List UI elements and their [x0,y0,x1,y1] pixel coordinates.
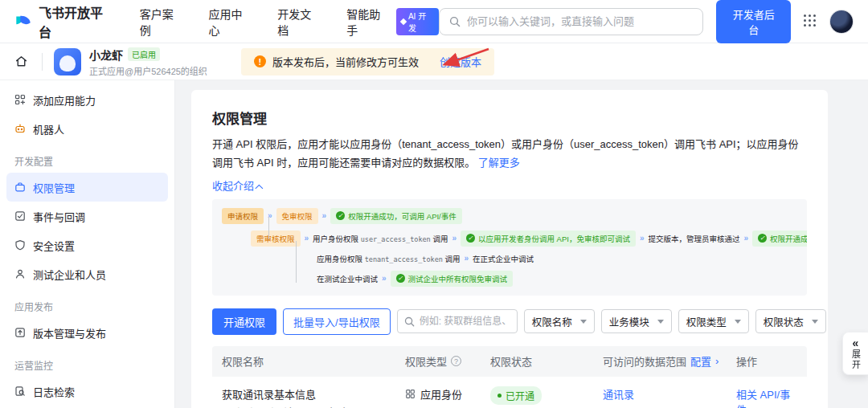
chevron-down-icon [735,320,741,324]
permission-search-input[interactable] [420,316,510,327]
flow-dev-debug: ✓以应用开发者身份调用 API，免审核即可调试 [461,231,636,247]
expand-label: 展开 [850,349,862,370]
robot-icon [14,123,26,134]
flow-tenant-path: 应用身份权限 tenant_access_token 调用 [317,253,461,264]
sidebar-item-label: 机器人 [33,121,64,137]
page-description: 开通 API 权限后，应用才能以应用身份（tenant_access_token… [212,136,807,173]
page-body: 添加应用能力 机器人 开发配置 权限管理 事件与回调 安全设置 测试企业和人员 … [0,80,868,408]
status-dot [497,394,502,398]
nav-ai-assistant-label: 智能助手 [346,6,391,38]
flow-test-debug: 在测试企业中调试 [317,273,378,284]
header-divider [42,53,43,71]
collapse-intro-link[interactable]: 收起介绍 [212,180,264,192]
cell-permission-type: 应用身份 [405,386,490,402]
scope-config-link[interactable]: 配置 [690,353,711,369]
sidebar-item-permissions[interactable]: 权限管理 [6,173,168,202]
flow-free-result: ✓权限开通成功，可调用 API/事件 [330,208,462,224]
permission-card: 权限管理 开通 API 权限后，应用才能以应用身份（tenant_access_… [191,90,828,408]
home-button[interactable] [0,43,42,80]
filter-business-module[interactable]: 业务模块 [601,309,672,333]
sidebar-item-security[interactable]: 安全设置 [6,231,168,259]
permission-toolbar: 开通权限 批量导入/导出权限 权限名称 业务模块 权限类型 权限状态 [212,308,807,335]
chevron-down-icon [657,320,664,324]
flow-formal-debug: 在正式企业中调试 [473,253,534,264]
nav-app-center[interactable]: 应用中心 [209,6,254,38]
main-area: 权限管理 开通 API 权限后，应用才能以应用身份（tenant_access_… [175,80,868,408]
home-icon [14,55,28,68]
shield-icon [14,239,26,251]
col-permission-name: 权限名称 [222,353,405,369]
flow-row-tenant: 应用身份权限 tenant_access_token 调用 » 在正式企业中调试 [317,253,797,264]
learn-more-link[interactable]: 了解更多 [478,157,520,169]
search-icon [404,316,415,327]
user-avatar[interactable] [829,10,854,34]
briefcase-icon [14,182,26,193]
nav-customer-cases[interactable]: 客户案例 [140,6,185,38]
open-permission-button[interactable]: 开通权限 [212,308,276,335]
apps-grid-icon[interactable] [804,14,818,29]
nav-ai-assistant[interactable]: 智能助手 AI 开发 [346,6,439,38]
table-row: 获取通讯录基本信息 contact:contact.base:readonly … [212,377,807,408]
scope-module-link[interactable]: 通讯录 [603,389,634,401]
flow-row-test: 在测试企业中调试 » ✓测试企业中所有权限免审调试 [317,271,797,287]
sidebar-item-events[interactable]: 事件与回调 [6,202,168,231]
create-version-link[interactable]: 创建版本 [440,54,481,69]
sidebar-item-version-release[interactable]: 版本管理与发布 [6,318,168,347]
publish-icon [14,327,26,338]
flow-apply-tag: 申请权限 [222,208,264,224]
grid-plus-icon [14,94,26,105]
arrow-icon: » [743,234,748,243]
app-name: 小龙虾 [89,47,123,63]
sidebar-item-add-capability[interactable]: 添加应用能力 [6,85,168,114]
app-meta: 正式应用@用户526425的组织 [89,64,207,77]
check-icon: ✓ [336,211,345,220]
filter-permission-status[interactable]: 权限状态 [755,309,826,333]
collapse-intro-label: 收起介绍 [212,180,254,192]
sidebar-section-monitoring: 运营监控 [0,347,174,377]
check-icon: ✓ [758,234,767,243]
arrow-icon: » [452,234,457,243]
feishu-logo-icon [14,13,32,31]
flow-review-tag: 需审核权限 [251,231,301,247]
sparkle-icon [400,18,407,24]
version-banner: ! 版本发布后，当前修改方可生效 创建版本 [241,48,494,75]
flow-connector [296,241,297,283]
permission-search[interactable] [397,309,518,333]
check-icon: ✓ [466,234,475,243]
sidebar-section-release: 应用发布 [0,288,174,318]
nav-dev-docs[interactable]: 开发文档 [277,6,322,38]
chevron-down-icon [580,320,587,324]
app-avatar [54,48,81,75]
table-header: 权限名称 权限类型 ? 权限状态 可访问的数据范围 配置 › 操作 [212,346,807,377]
people-icon [14,268,26,279]
flow-test-result: ✓测试企业中所有权限免审调试 [391,271,514,287]
cell-permission-status: 已开通 [490,386,603,405]
feishu-logo[interactable]: 飞书开放平台 [14,2,116,41]
ai-dev-badge: AI 开发 [396,8,439,35]
sidebar-item-label: 权限管理 [33,180,75,195]
filter-permission-name[interactable]: 权限名称 [524,309,595,333]
sidebar-item-bot[interactable]: 机器人 [6,114,168,143]
app-status-badge: 已启用 [128,47,160,61]
flow-submit: 提交版本，管理员审核通过 [648,233,739,244]
related-api-link[interactable]: 相关 API/事件 [736,386,797,408]
arrow-icon: » [305,234,309,243]
sidebar-item-label: 事件与回调 [33,209,85,224]
app-header: 小龙虾 已启用 正式应用@用户526425的组织 ! 版本发布后，当前修改方可生… [0,43,868,80]
current-app-info[interactable]: 小龙虾 已启用 正式应用@用户526425的组织 [54,47,207,77]
permission-flow-diagram: 申请权限 » 免审权限 » ✓权限开通成功，可调用 API/事件 需审核权限 »… [212,199,807,296]
ai-dev-badge-label: AI 开发 [408,10,434,34]
developer-console-button[interactable]: 开发者后台 [716,0,791,43]
arrow-icon: » [382,274,387,283]
sidebar-item-logs[interactable]: 日志检索 [6,377,168,406]
filter-permission-type[interactable]: 权限类型 [678,309,749,333]
global-search-input[interactable] [467,15,693,27]
flow-row-user: 需审核权限 » 用户身份权限 user_access_token 调用 » ✓以… [251,231,797,247]
check-icon: ✓ [396,274,405,283]
global-search[interactable] [439,8,703,35]
double-chevron-left-icon: « [853,337,859,349]
expand-panel-button[interactable]: « 展开 [842,332,868,375]
help-icon[interactable]: ? [451,356,461,366]
sidebar-item-test-org[interactable]: 测试企业和人员 [6,259,168,288]
batch-import-export-button[interactable]: 批量导入/导出权限 [283,308,391,335]
